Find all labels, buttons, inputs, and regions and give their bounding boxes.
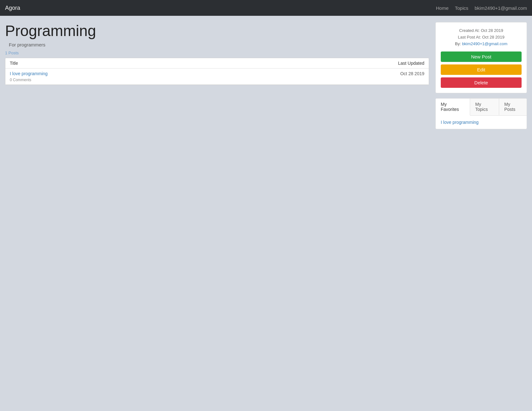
sidebar-meta-card: Created At: Oct 28 2019 Last Post At: Oc… — [435, 22, 527, 93]
navbar-links: Home Topics bkim2490+1@gmail.com — [436, 5, 527, 11]
post-title-link[interactable]: I love programming — [10, 71, 48, 76]
tabs-header: My Favorites My Topics My Posts — [436, 99, 527, 116]
sidebar: Created At: Oct 28 2019 Last Post At: Oc… — [435, 22, 527, 129]
tab-my-favorites[interactable]: My Favorites — [436, 99, 470, 116]
tab-content: I love programming — [436, 116, 527, 129]
col-title-header: Title — [10, 61, 18, 66]
delete-button[interactable]: Delete — [441, 77, 522, 88]
post-row-inner: I love programming 0 Comments Oct 28 201… — [10, 71, 424, 82]
table-header: Title Last Updated — [5, 58, 429, 69]
created-at: Created At: Oct 28 2019 — [441, 27, 522, 34]
by-line: By: bkim2490+1@gmail.com — [441, 41, 522, 47]
main-container: Programming For programmers 1 Posts Titl… — [0, 16, 532, 136]
last-post-at: Last Post At: Oct 28 2019 — [441, 34, 522, 41]
edit-button[interactable]: Edit — [441, 64, 522, 75]
sidebar-meta: Created At: Oct 28 2019 Last Post At: Oc… — [441, 27, 522, 47]
page-subtitle: For programmers — [9, 42, 429, 47]
nav-topics-link[interactable]: Topics — [455, 5, 469, 11]
post-comments: 0 Comments — [10, 78, 31, 82]
table-row: I love programming 0 Comments Oct 28 201… — [5, 69, 429, 85]
post-info: I love programming 0 Comments — [10, 71, 48, 82]
tab-my-posts[interactable]: My Posts — [499, 99, 527, 115]
nav-user-dropdown[interactable]: bkim2490+1@gmail.com — [475, 5, 527, 11]
tabs-card: My Favorites My Topics My Posts I love p… — [435, 98, 527, 129]
page-title: Programming — [5, 22, 429, 39]
col-last-updated-header: Last Updated — [398, 61, 424, 66]
posts-table: Title Last Updated I love programming 0 … — [5, 58, 429, 85]
by-user-link[interactable]: bkim2490+1@gmail.com — [462, 41, 507, 46]
nav-home-link[interactable]: Home — [436, 5, 449, 11]
tab-my-topics[interactable]: My Topics — [470, 99, 499, 115]
favorite-post-link[interactable]: I love programming — [441, 120, 479, 125]
by-label: By: — [455, 41, 461, 46]
new-post-button[interactable]: New Post — [441, 51, 522, 62]
content-area: Programming For programmers 1 Posts Titl… — [5, 22, 429, 129]
navbar-brand[interactable]: Agora — [5, 5, 20, 11]
navbar: Agora Home Topics bkim2490+1@gmail.com — [0, 0, 532, 16]
posts-count: 1 Posts — [5, 51, 429, 55]
post-date: Oct 28 2019 — [400, 71, 424, 76]
